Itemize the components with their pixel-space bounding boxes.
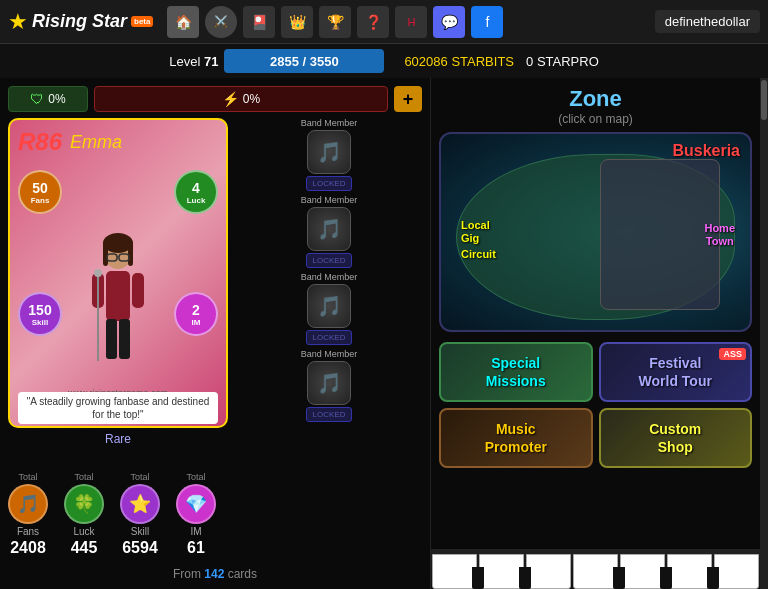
right-panel: Zone (click on map) Buskeria LocalGig Ci…	[430, 78, 760, 589]
scroll-thumb[interactable]	[761, 80, 767, 120]
logo-text: Rising Star	[32, 11, 127, 32]
scrollbar[interactable]	[760, 78, 768, 589]
band-slot-4: Band Member 🎵 LOCKED	[236, 349, 422, 422]
piano-key	[432, 554, 477, 589]
card-name: Emma	[70, 132, 122, 153]
svg-point-13	[94, 269, 102, 277]
total-luck: Total 🍀 Luck 445	[64, 472, 104, 557]
stat-fans: 50 Fans	[18, 170, 62, 214]
top-navigation: ★ Rising Star beta 🏠 ⚔️ 🎴 👑 🏆 ❓ H 💬 f de…	[0, 0, 768, 44]
card-character	[78, 231, 158, 381]
level-bar: Level 71 2855 / 3550 602086 STARBITS 0 S…	[0, 44, 768, 78]
stat-skill: 150 Skill	[18, 292, 62, 336]
xp-bar: 2855 / 3550	[224, 49, 384, 73]
band-label-1: Band Member	[301, 118, 358, 128]
starpro-display: 0 STARPRO	[526, 54, 599, 69]
band-icon-3[interactable]: 🎵	[307, 284, 351, 328]
plus-button[interactable]: +	[394, 86, 422, 112]
nav-trophy-icon[interactable]: 🏆	[319, 6, 351, 38]
nav-help-icon[interactable]: ❓	[357, 6, 389, 38]
zone-subtitle: (click on map)	[431, 112, 760, 126]
map-background: Buskeria LocalGig Circuit HomeTown	[441, 134, 750, 330]
lightning-icon: ⚡	[222, 91, 239, 107]
piano-key	[526, 554, 571, 589]
custom-shop-button[interactable]: CustomShop	[599, 408, 753, 468]
circuit-label: Circuit	[461, 248, 496, 260]
svg-rect-3	[128, 241, 133, 266]
band-label-3: Band Member	[301, 272, 358, 282]
nav-hive-icon[interactable]: H	[395, 6, 427, 38]
nav-cards-icon[interactable]: 🎴	[243, 6, 275, 38]
band-label-4: Band Member	[301, 349, 358, 359]
band-icon-1[interactable]: 🎵	[307, 130, 351, 174]
total-fans-icon: 🎵	[8, 484, 48, 524]
totals-row: Total 🎵 Fans 2408 Total 🍀 Luck 445 Total…	[8, 468, 422, 561]
svg-rect-9	[119, 319, 130, 359]
card[interactable]: R86 Emma 50 Fans 4 Luck 150 Skill	[8, 118, 228, 428]
left-panel: 🛡 0% ⚡ 0% + R86 Emma 50 Fans	[0, 78, 430, 589]
star-icon: ★	[8, 9, 28, 35]
action-buttons: SpecialMissions FestivalWorld Tour ASS M…	[431, 336, 760, 474]
piano-key	[667, 554, 712, 589]
nav-sword-icon[interactable]: ⚔️	[205, 6, 237, 38]
band-locked-2: LOCKED	[306, 253, 353, 268]
piano-key-black	[519, 567, 531, 589]
svg-rect-8	[106, 319, 117, 359]
svg-rect-7	[106, 271, 130, 321]
special-missions-button[interactable]: SpecialMissions	[439, 342, 593, 402]
xp-text: 2855 / 3550	[270, 54, 339, 69]
local-gig-label: LocalGig	[461, 219, 490, 245]
stat-im: 2 IM	[174, 292, 218, 336]
energy-bar: ⚡ 0%	[94, 86, 388, 112]
piano-key	[479, 554, 524, 589]
map-city	[600, 159, 720, 310]
level-label: Level 71	[169, 54, 218, 69]
logo: ★ Rising Star beta	[8, 9, 153, 35]
band-slot-2: Band Member 🎵 LOCKED	[236, 195, 422, 268]
band-icon-4[interactable]: 🎵	[307, 361, 351, 405]
zone-header: Zone (click on map)	[431, 78, 760, 128]
nav-facebook-icon[interactable]: f	[471, 6, 503, 38]
piano-key	[620, 554, 665, 589]
map-area[interactable]: Buskeria LocalGig Circuit HomeTown	[439, 132, 752, 332]
ego-value: 0%	[48, 92, 65, 106]
nav-home-icon[interactable]: 🏠	[167, 6, 199, 38]
zone-title: Zone	[431, 86, 760, 112]
home-town-label: HomeTown	[704, 222, 735, 248]
band-icon-2[interactable]: 🎵	[307, 207, 351, 251]
band-slot-3: Band Member 🎵 LOCKED	[236, 272, 422, 345]
card-rarity: Rare	[8, 432, 228, 446]
card-display: R86 Emma 50 Fans 4 Luck 150 Skill	[8, 118, 228, 462]
main-area: 🛡 0% ⚡ 0% + R86 Emma 50 Fans	[0, 78, 768, 589]
band-locked-3: LOCKED	[306, 330, 353, 345]
band-locked-1: LOCKED	[306, 176, 353, 191]
piano-key-black	[660, 567, 672, 589]
festival-world-tour-label: FestivalWorld Tour	[639, 354, 712, 390]
card-id: R86	[18, 128, 62, 156]
energy-value: 0%	[243, 92, 260, 106]
special-missions-label: SpecialMissions	[486, 354, 546, 390]
piano-key-black	[707, 567, 719, 589]
card-section: R86 Emma 50 Fans 4 Luck 150 Skill	[8, 118, 422, 462]
total-im-icon: 💎	[176, 484, 216, 524]
card-quote: "A steadily growing fanbase and destined…	[18, 392, 218, 424]
buskeria-label: Buskeria	[672, 142, 740, 160]
starbits-display: 602086 STARBITS	[404, 54, 514, 69]
from-cards-text: From 142 cards	[8, 567, 422, 581]
stat-luck: 4 Luck	[174, 170, 218, 214]
nav-discord-icon[interactable]: 💬	[433, 6, 465, 38]
username-display: definethedollar	[655, 10, 760, 33]
svg-rect-2	[103, 241, 108, 266]
band-locked-4: LOCKED	[306, 407, 353, 422]
total-luck-icon: 🍀	[64, 484, 104, 524]
ego-icon: 🛡	[30, 91, 44, 107]
nav-crown-icon[interactable]: 👑	[281, 6, 313, 38]
music-promoter-button[interactable]: MusicPromoter	[439, 408, 593, 468]
festival-badge: ASS	[719, 348, 746, 360]
total-fans: Total 🎵 Fans 2408	[8, 472, 48, 557]
stat-bars: 🛡 0% ⚡ 0% +	[8, 86, 422, 112]
piano-keyboard	[431, 549, 760, 589]
piano-key	[573, 554, 618, 589]
festival-world-tour-button[interactable]: FestivalWorld Tour ASS	[599, 342, 753, 402]
piano-key-black	[472, 567, 484, 589]
